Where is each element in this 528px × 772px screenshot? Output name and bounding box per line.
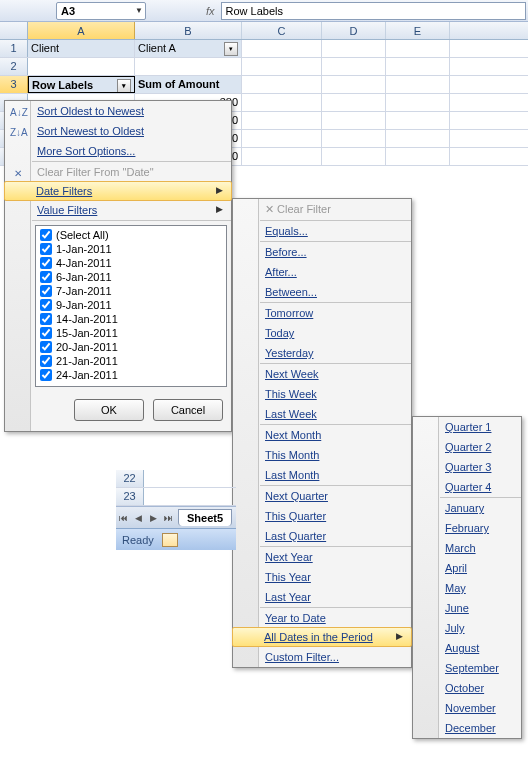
april[interactable]: April [413, 558, 521, 578]
filter-item[interactable]: 21-Jan-2011 [38, 354, 224, 368]
between[interactable]: Between... [233, 282, 411, 302]
last-year[interactable]: Last Year [233, 587, 411, 607]
cell[interactable] [386, 76, 450, 93]
cell[interactable] [386, 112, 450, 129]
filter-dropdown-icon[interactable]: ▾ [117, 79, 131, 93]
sheet-tab[interactable]: Sheet5 [178, 509, 232, 526]
equals[interactable]: Equals... [233, 221, 411, 241]
next-month[interactable]: Next Month [233, 425, 411, 445]
tab-nav-last-icon[interactable]: ⏭ [161, 513, 176, 523]
row-header[interactable]: 23 [116, 488, 144, 505]
cell-B1[interactable]: Client A ▾ [135, 40, 242, 57]
filter-checkbox[interactable] [40, 229, 52, 241]
select-all-corner[interactable] [0, 22, 28, 39]
cell[interactable] [28, 58, 135, 75]
cell-A1[interactable]: Client [28, 40, 135, 57]
cell[interactable] [135, 58, 242, 75]
before[interactable]: Before... [233, 242, 411, 262]
cell[interactable] [386, 40, 450, 57]
tomorrow[interactable]: Tomorrow [233, 303, 411, 323]
filter-checkbox[interactable] [40, 313, 52, 325]
cell[interactable] [322, 130, 386, 147]
filter-item[interactable]: 20-Jan-2011 [38, 340, 224, 354]
october[interactable]: October [413, 678, 521, 698]
last-month[interactable]: Last Month [233, 465, 411, 485]
filter-item[interactable]: 6-Jan-2011 [38, 270, 224, 284]
filter-item[interactable]: 4-Jan-2011 [38, 256, 224, 270]
november[interactable]: November [413, 698, 521, 718]
this-year[interactable]: This Year [233, 567, 411, 587]
cell[interactable] [242, 58, 322, 75]
quarter-4[interactable]: Quarter 4 [413, 477, 521, 497]
filter-item[interactable]: 9-Jan-2011 [38, 298, 224, 312]
this-week[interactable]: This Week [233, 384, 411, 404]
cell[interactable] [322, 112, 386, 129]
cell[interactable] [322, 94, 386, 111]
filter-checkbox[interactable] [40, 257, 52, 269]
september[interactable]: September [413, 658, 521, 678]
col-header-B[interactable]: B [135, 22, 242, 39]
cell[interactable] [242, 148, 322, 165]
cell[interactable] [242, 76, 322, 93]
cell[interactable] [386, 58, 450, 75]
filter-item[interactable]: 14-Jan-2011 [38, 312, 224, 326]
january[interactable]: January [413, 498, 521, 518]
may[interactable]: May [413, 578, 521, 598]
cell[interactable] [386, 94, 450, 111]
filter-checkbox[interactable] [40, 299, 52, 311]
tab-nav-first-icon[interactable]: ⏮ [116, 513, 131, 523]
last-quarter[interactable]: Last Quarter [233, 526, 411, 546]
after[interactable]: After... [233, 262, 411, 282]
quarter-2[interactable]: Quarter 2 [413, 437, 521, 457]
formula-input[interactable]: Row Labels [221, 2, 526, 20]
filter-checkbox[interactable] [40, 243, 52, 255]
cell[interactable] [242, 94, 322, 111]
col-header-C[interactable]: C [242, 22, 322, 39]
filter-item[interactable]: 7-Jan-2011 [38, 284, 224, 298]
scroll-up-icon[interactable]: ▲ [36, 384, 226, 387]
december[interactable]: December [413, 718, 521, 738]
cell[interactable] [386, 148, 450, 165]
next-quarter[interactable]: Next Quarter [233, 486, 411, 506]
quarter-1[interactable]: Quarter 1 [413, 417, 521, 437]
macro-record-icon[interactable] [162, 533, 178, 547]
cancel-button[interactable]: Cancel [153, 399, 223, 421]
filter-dropdown-icon[interactable]: ▾ [224, 42, 238, 56]
tab-nav-prev-icon[interactable]: ◀ [131, 513, 146, 523]
june[interactable]: June [413, 598, 521, 618]
cell[interactable] [322, 58, 386, 75]
scrollbar[interactable]: ▲ ▼ [36, 384, 226, 387]
fx-icon[interactable]: fx [206, 5, 215, 17]
sort-newest-oldest[interactable]: Z↓A Sort Newest to Oldest [5, 121, 231, 141]
filter-item[interactable]: 15-Jan-2011 [38, 326, 224, 340]
name-box[interactable]: A3 ▼ [56, 2, 146, 20]
sort-oldest-newest[interactable]: A↓Z Sort Oldest to Newest [5, 101, 231, 121]
filter-item[interactable]: 24-Jan-2011 [38, 368, 224, 382]
cell[interactable] [242, 40, 322, 57]
today[interactable]: Today [233, 323, 411, 343]
col-header-A[interactable]: A [28, 22, 135, 39]
next-year[interactable]: Next Year [233, 547, 411, 567]
row-header[interactable]: 1 [0, 40, 28, 57]
chevron-down-icon[interactable]: ▼ [135, 6, 143, 15]
march[interactable]: March [413, 538, 521, 558]
filter-checkbox[interactable] [40, 355, 52, 367]
col-header-D[interactable]: D [322, 22, 386, 39]
this-month[interactable]: This Month [233, 445, 411, 465]
tab-nav-next-icon[interactable]: ▶ [146, 513, 161, 523]
cell[interactable] [322, 76, 386, 93]
year-to-date[interactable]: Year to Date [233, 608, 411, 628]
date-filters[interactable]: Date Filters ▶ [4, 181, 232, 201]
filter-checkbox[interactable] [40, 341, 52, 353]
all-dates-in-period[interactable]: All Dates in the Period ▶ [232, 627, 412, 647]
filter-item[interactable]: 1-Jan-2011 [38, 242, 224, 256]
last-week[interactable]: Last Week [233, 404, 411, 424]
cell-B3[interactable]: Sum of Amount [135, 76, 242, 93]
col-header-E[interactable]: E [386, 22, 450, 39]
row-header[interactable]: 22 [116, 470, 144, 487]
ok-button[interactable]: OK [74, 399, 144, 421]
cell[interactable] [322, 148, 386, 165]
cell[interactable] [322, 40, 386, 57]
row-header[interactable]: 3 [0, 76, 28, 93]
this-quarter[interactable]: This Quarter [233, 506, 411, 526]
